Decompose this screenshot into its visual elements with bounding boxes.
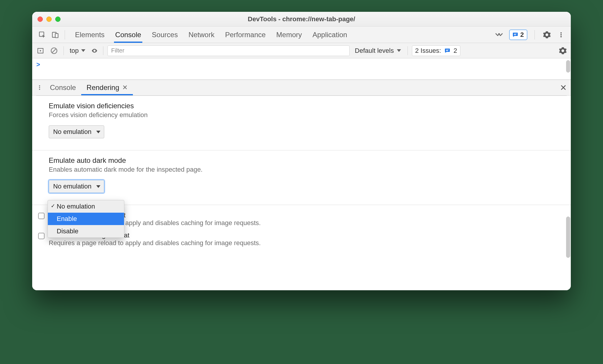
separator bbox=[103, 46, 103, 55]
issues-count: 2 bbox=[454, 47, 457, 55]
svg-point-6 bbox=[560, 34, 562, 35]
console-sidebar-toggle-icon[interactable] bbox=[35, 45, 46, 56]
drawer-tab-label: Console bbox=[50, 83, 76, 92]
svg-point-16 bbox=[39, 89, 40, 90]
svg-rect-4 bbox=[514, 35, 516, 35]
separator bbox=[408, 46, 408, 55]
tab-network[interactable]: Network bbox=[187, 27, 216, 43]
section-description: Enables automatic dark mode for the insp… bbox=[49, 166, 554, 173]
tab-application[interactable]: Application bbox=[311, 27, 348, 43]
tab-performance[interactable]: Performance bbox=[224, 27, 267, 43]
svg-rect-2 bbox=[55, 33, 58, 37]
section-title: Emulate auto dark mode bbox=[49, 156, 554, 165]
log-levels-selector[interactable]: Default levels bbox=[353, 47, 403, 55]
chevron-down-icon bbox=[96, 131, 100, 133]
main-tabstrip: Elements Console Sources Network Perform… bbox=[32, 27, 571, 43]
checkbox-description: Requires a page reload to apply and disa… bbox=[49, 239, 261, 247]
section-title: Emulate vision deficiencies bbox=[49, 102, 554, 110]
filter-placeholder: Filter bbox=[111, 47, 124, 54]
drawer-tab-rendering[interactable]: Rendering ✕ bbox=[81, 80, 133, 95]
svg-point-7 bbox=[560, 36, 562, 37]
separator bbox=[63, 46, 64, 55]
drawer-tabstrip: Console Rendering ✕ ✕ bbox=[32, 80, 571, 96]
drawer-tab-label: Rendering bbox=[87, 83, 119, 92]
chevron-down-icon bbox=[397, 49, 401, 52]
option-label: No emulation bbox=[57, 203, 95, 210]
svg-rect-3 bbox=[514, 34, 516, 34]
context-selector[interactable]: top bbox=[68, 47, 87, 55]
tab-console[interactable]: Console bbox=[114, 27, 142, 43]
window-title: DevTools - chrome://new-tab-page/ bbox=[32, 15, 571, 23]
more-tabs-icon[interactable] bbox=[493, 33, 505, 37]
console-prompt-area[interactable]: > bbox=[32, 58, 571, 80]
dropdown-option-enable[interactable]: Enable bbox=[48, 213, 124, 225]
auto-dark-mode-section: Emulate auto dark mode Enables automatic… bbox=[32, 150, 571, 200]
section-description: Forces vision deficiency emulation bbox=[49, 111, 554, 119]
close-tab-icon[interactable]: ✕ bbox=[122, 84, 128, 91]
settings-icon[interactable] bbox=[542, 30, 552, 40]
tab-elements[interactable]: Elements bbox=[74, 27, 106, 43]
chevron-down-icon bbox=[81, 49, 85, 52]
titlebar: DevTools - chrome://new-tab-page/ bbox=[32, 12, 571, 27]
issues-label: 2 Issues: bbox=[415, 47, 441, 55]
vision-deficiencies-section: Emulate vision deficiencies Forces visio… bbox=[32, 96, 571, 145]
main-tabs: Elements Console Sources Network Perform… bbox=[68, 27, 354, 43]
close-drawer-icon[interactable]: ✕ bbox=[560, 83, 567, 93]
select-value: No emulation bbox=[53, 183, 92, 190]
separator bbox=[534, 30, 535, 40]
tab-sources[interactable]: Sources bbox=[151, 27, 179, 43]
tabstrip-right: 2 bbox=[493, 29, 567, 40]
devtools-window: DevTools - chrome://new-tab-page/ Elemen… bbox=[32, 12, 571, 290]
more-menu-icon[interactable] bbox=[556, 30, 566, 40]
clear-console-icon[interactable] bbox=[49, 45, 59, 56]
filter-input[interactable]: Filter bbox=[107, 45, 350, 56]
vision-deficiency-select[interactable]: No emulation bbox=[49, 125, 104, 138]
svg-rect-12 bbox=[446, 50, 449, 50]
messages-badge[interactable]: 2 bbox=[509, 29, 527, 40]
prompt-chevron-icon: > bbox=[36, 61, 40, 68]
check-icon: ✓ bbox=[51, 203, 55, 209]
option-label: Disable bbox=[57, 227, 78, 235]
svg-point-15 bbox=[39, 87, 40, 88]
dark-mode-dropdown: ✓ No emulation Enable Disable bbox=[48, 200, 124, 238]
messages-count: 2 bbox=[520, 31, 524, 39]
drawer-more-icon[interactable] bbox=[35, 84, 45, 91]
console-settings-icon[interactable] bbox=[558, 46, 568, 56]
scrollbar-thumb[interactable] bbox=[566, 217, 570, 258]
scrollbar-thumb[interactable] bbox=[566, 60, 570, 73]
svg-line-10 bbox=[52, 49, 56, 53]
chevron-down-icon bbox=[96, 185, 100, 188]
dropdown-option-no-emulation[interactable]: ✓ No emulation bbox=[48, 200, 124, 213]
tab-memory[interactable]: Memory bbox=[275, 27, 303, 43]
select-value: No emulation bbox=[53, 128, 92, 136]
disable-webp-checkbox[interactable] bbox=[38, 233, 45, 239]
inspect-element-icon[interactable] bbox=[36, 28, 49, 41]
context-label: top bbox=[70, 47, 79, 55]
drawer-tab-console[interactable]: Console bbox=[45, 80, 81, 95]
svg-point-11 bbox=[94, 50, 95, 51]
auto-dark-mode-select[interactable]: No emulation bbox=[49, 180, 104, 193]
message-icon bbox=[512, 32, 519, 38]
message-icon bbox=[444, 47, 451, 54]
dropdown-option-disable[interactable]: Disable bbox=[48, 225, 124, 237]
svg-point-5 bbox=[560, 32, 562, 33]
option-label: Enable bbox=[57, 215, 77, 222]
levels-label: Default levels bbox=[355, 47, 394, 55]
separator bbox=[65, 30, 65, 40]
svg-rect-13 bbox=[446, 50, 448, 51]
issues-badge[interactable]: 2 Issues: 2 bbox=[412, 45, 460, 56]
device-toolbar-icon[interactable] bbox=[49, 28, 62, 41]
console-toolbar: top Filter Default levels 2 Issues: 2 bbox=[32, 43, 571, 58]
disable-avif-checkbox[interactable] bbox=[38, 213, 45, 219]
live-expression-icon[interactable] bbox=[90, 46, 99, 55]
rendering-panel: Emulate vision deficiencies Forces visio… bbox=[32, 96, 571, 290]
svg-point-14 bbox=[39, 85, 40, 86]
